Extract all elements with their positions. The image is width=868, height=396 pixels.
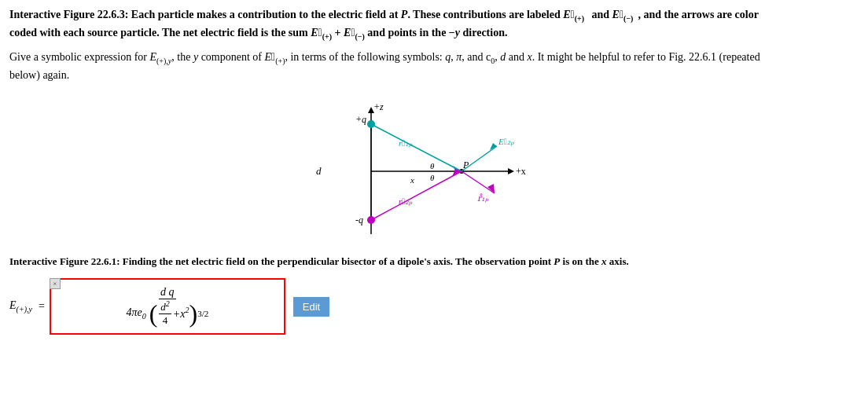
svg-text:-q: -q bbox=[355, 214, 363, 226]
edit-button[interactable]: Edit bbox=[293, 297, 329, 317]
svg-text:E⃗₂ₚ: E⃗₂ₚ bbox=[498, 137, 514, 146]
header-line2: coded with each source particle. The net… bbox=[9, 27, 507, 38]
answer-equals: = bbox=[39, 300, 45, 313]
diagram-svg: +z +x +q -q d P x bbox=[308, 93, 560, 250]
svg-text:θ: θ bbox=[430, 173, 435, 182]
svg-text:d: d bbox=[316, 165, 322, 177]
svg-text:r̊₁ₚ: r̊₁ₚ bbox=[477, 193, 489, 203]
figure-area: +z +x +q -q d P x bbox=[308, 93, 560, 250]
svg-text:+q: +q bbox=[355, 114, 366, 125]
figure-container: +z +x +q -q d P x bbox=[9, 93, 859, 250]
svg-line-21 bbox=[462, 146, 497, 171]
numerator: d q bbox=[159, 286, 176, 299]
header-bold: Interactive Figure 22.6.3: Each particle… bbox=[9, 9, 759, 20]
svg-line-18 bbox=[371, 171, 462, 220]
close-paren: ) bbox=[189, 301, 198, 326]
svg-text:+x: +x bbox=[516, 166, 526, 177]
svg-text:r⃗₁ₚ: r⃗₁ₚ bbox=[399, 138, 413, 148]
open-paren: ( bbox=[149, 301, 158, 326]
svg-text:+z: +z bbox=[373, 101, 384, 112]
close-button[interactable]: × bbox=[50, 278, 61, 289]
svg-text:r⃗₂ₚ: r⃗₂ₚ bbox=[399, 196, 413, 206]
formula: d q 4πe0 ( d2 4 +x2 ) 3/2 bbox=[62, 286, 273, 327]
svg-marker-4 bbox=[508, 168, 514, 174]
answer-section: E(+),y = × d q 4πe0 ( d2 4 +x2 ) bbox=[9, 278, 859, 335]
svg-text:θ: θ bbox=[430, 161, 435, 170]
answer-box: × d q 4πe0 ( d2 4 +x2 ) 3/2 bbox=[50, 278, 285, 335]
denominator: 4πe0 ( d2 4 +x2 ) 3/2 bbox=[124, 299, 210, 327]
answer-label: E(+),y bbox=[9, 299, 32, 314]
svg-text:x: x bbox=[410, 175, 414, 185]
header-section: Interactive Figure 22.6.3: Each particle… bbox=[9, 6, 859, 42]
svg-line-24 bbox=[462, 171, 495, 193]
svg-line-15 bbox=[371, 124, 462, 171]
figure-caption: Interactive Figure 22.6.1: Finding the n… bbox=[9, 255, 859, 269]
header-line1: Interactive Figure 22.6.3: Each particle… bbox=[9, 9, 759, 20]
give-prompt: Give a symbolic expression for E(+),y, t… bbox=[9, 49, 859, 85]
main-fraction: d q 4πe0 ( d2 4 +x2 ) 3/2 bbox=[124, 286, 210, 327]
